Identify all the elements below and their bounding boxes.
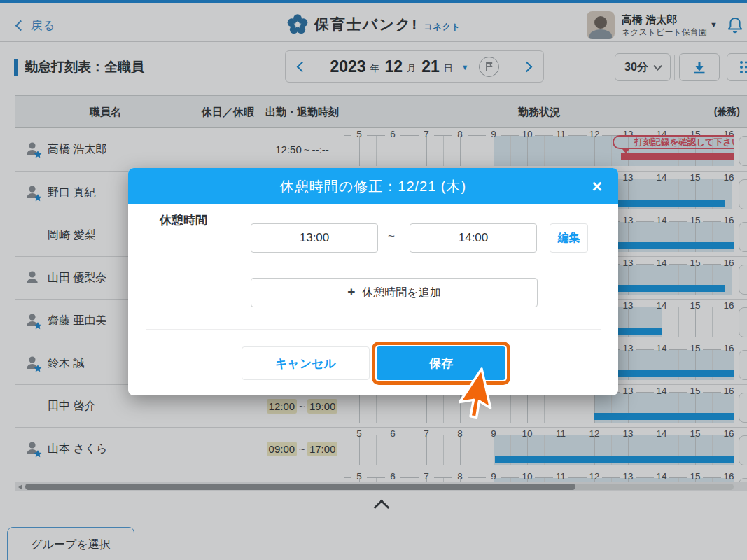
edit-button[interactable]: 編集 (550, 223, 588, 253)
app-window: 戻る 保育士バンク! コネクト 高橋 浩太郎 ネクストビート保育園 ▼ (0, 0, 747, 560)
add-break-button[interactable]: + 休憩時間を追加 (251, 278, 538, 307)
save-button[interactable]: 保存 (377, 346, 505, 380)
break-start-input[interactable] (251, 223, 378, 253)
modal-divider (146, 329, 601, 330)
break-end-input[interactable] (410, 223, 537, 253)
close-icon[interactable]: × (592, 176, 603, 197)
break-time-label: 休憩時間 (160, 212, 207, 228)
cancel-button[interactable]: キャンセル (242, 346, 370, 380)
modal-title: 休憩時間の修正：12/21 (木) (280, 177, 466, 196)
modal-header: 休憩時間の修正：12/21 (木) × (128, 168, 618, 204)
tilde-separator: ~ (388, 230, 395, 244)
plus-icon: + (347, 284, 355, 300)
break-time-modal: 休憩時間の修正：12/21 (木) × 休憩時間 ~ 編集 + 休憩時間を追加 … (128, 168, 618, 396)
